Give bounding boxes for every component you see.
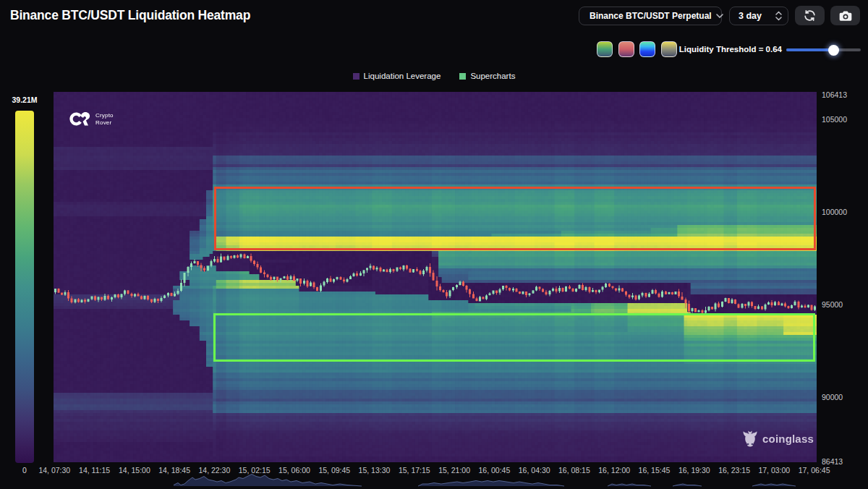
legend-swatch <box>459 73 466 80</box>
legend-swatch <box>353 73 359 80</box>
refresh-button[interactable] <box>795 6 825 25</box>
coinglass-text: coinglass <box>762 433 814 445</box>
legend-item-1[interactable]: Supercharts <box>459 72 515 80</box>
resistance-zone-rect <box>214 187 816 250</box>
threshold-slider[interactable] <box>786 48 861 52</box>
volume-minichart <box>0 472 868 489</box>
support-zone-rect <box>213 313 815 362</box>
price-axis-label: 100000 <box>822 208 847 216</box>
symbol-select[interactable]: Binance BTC/USDT Perpetual <box>579 7 722 25</box>
price-axis-label: 106413 <box>822 90 847 99</box>
chart-legend: Liquidation LeverageSupercharts <box>0 72 868 80</box>
crypto-rover-text: Crypto Rover <box>95 112 114 127</box>
refresh-icon <box>803 9 817 22</box>
price-axis-label: 105000 <box>822 115 847 124</box>
legend-label: Supercharts <box>470 72 515 80</box>
coinglass-watermark: coinglass <box>742 430 814 447</box>
chevron-down-icon <box>716 14 723 18</box>
colorbar <box>15 111 34 463</box>
camera-button[interactable] <box>830 6 860 25</box>
camera-icon <box>838 9 853 23</box>
liquidation-heatmap-canvas[interactable] <box>54 92 817 462</box>
green-palette-swatch[interactable] <box>597 41 613 57</box>
page-title: Binance BTC/USDT Liquidation Heatmap <box>10 8 250 23</box>
price-axis-label: 86413 <box>822 457 843 466</box>
interval-select[interactable]: 3 day <box>729 7 788 25</box>
stepper-up-down-icon <box>775 11 782 21</box>
liquidation-heatmap-app: Binance BTC/USDT Liquidation Heatmap Bin… <box>0 0 868 489</box>
interval-select-value: 3 day <box>739 11 762 21</box>
price-axis-label: 95000 <box>822 300 843 309</box>
colorbar-max-label: 39.21M <box>7 95 42 104</box>
coinglass-bull-icon <box>742 430 758 447</box>
crypto-rover-watermark: Crypto Rover <box>69 110 114 128</box>
price-axis-label: 90000 <box>822 393 843 401</box>
red-palette-swatch[interactable] <box>618 41 634 57</box>
slider-fill <box>786 48 834 51</box>
threshold-label: Liquidity Threshold = 0.64 <box>637 45 782 54</box>
symbol-select-value: Binance BTC/USDT Perpetual <box>590 11 712 21</box>
crypto-rover-logo-icon <box>69 110 90 128</box>
legend-item-0[interactable]: Liquidation Leverage <box>353 72 441 80</box>
legend-label: Liquidation Leverage <box>364 72 441 80</box>
slider-thumb[interactable] <box>828 45 839 56</box>
